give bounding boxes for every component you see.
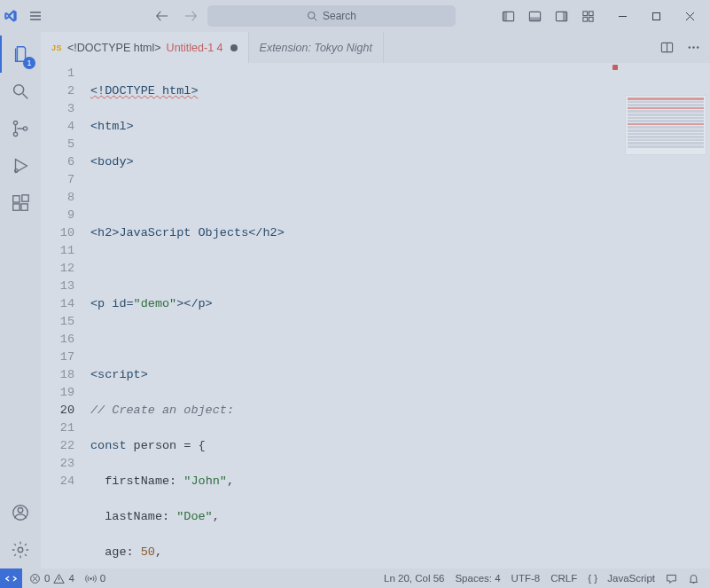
accounts-icon[interactable] (0, 494, 41, 531)
svg-rect-20 (22, 195, 28, 201)
svg-rect-9 (582, 17, 587, 21)
svg-rect-18 (13, 204, 20, 210)
svg-rect-8 (589, 11, 593, 15)
window-controls (605, 4, 706, 28)
remote-indicator[interactable] (0, 568, 22, 588)
svg-point-15 (23, 127, 27, 130)
toggle-secondary-sidebar-icon[interactable] (549, 4, 573, 28)
line-number-gutter: 123456789101112131415161718192021222324 (41, 63, 83, 568)
toggle-primary-sidebar-icon[interactable] (495, 4, 520, 28)
tab-title: <!DOCTYPE html> (67, 42, 161, 54)
vscode-logo-icon (4, 9, 28, 23)
tab-extension-tokyo-night[interactable]: Extension: Tokyo Night (249, 32, 384, 63)
back-button[interactable] (151, 4, 174, 27)
dirty-indicator-icon (230, 44, 238, 51)
svg-point-13 (13, 121, 17, 124)
language-mode[interactable]: { } JavaScript (582, 573, 660, 584)
svg-point-25 (688, 46, 690, 48)
error-icon (29, 573, 41, 584)
problems-status[interactable]: 0 4 (24, 568, 80, 588)
indentation-status[interactable]: Spaces: 4 (449, 573, 505, 584)
notifications-icon[interactable] (683, 573, 705, 584)
eol-status[interactable]: CRLF (545, 573, 582, 584)
close-button[interactable] (673, 4, 706, 28)
svg-point-22 (18, 508, 23, 514)
editor-area: JS <!DOCTYPE html> Untitled-1 4 Extensio… (41, 32, 710, 568)
tab-untitled-1[interactable]: JS <!DOCTYPE html> Untitled-1 4 (41, 32, 249, 63)
search-icon (307, 11, 317, 21)
tab-title: Extension: Tokyo Night (260, 42, 372, 54)
split-editor-icon[interactable] (655, 36, 678, 59)
code-body[interactable]: <!DOCTYPE html> <html> <body> <h2>JavaSc… (83, 63, 710, 568)
tab-actions (655, 32, 710, 63)
svg-rect-7 (582, 11, 587, 15)
feedback-icon[interactable] (660, 573, 683, 584)
svg-point-14 (13, 132, 17, 136)
svg-point-0 (308, 12, 315, 20)
js-file-icon: JS (51, 43, 62, 52)
svg-rect-2 (503, 12, 507, 20)
titlebar: Search (0, 0, 710, 32)
minimize-button[interactable] (605, 4, 639, 28)
svg-rect-19 (21, 204, 27, 210)
ports-status[interactable]: 0 (80, 568, 111, 588)
svg-point-23 (18, 547, 23, 553)
tab-subtitle: Untitled-1 4 (167, 42, 223, 54)
svg-rect-10 (589, 17, 593, 21)
svg-rect-17 (13, 196, 20, 202)
customize-layout-icon[interactable] (575, 4, 600, 28)
explorer-icon[interactable]: 1 (0, 35, 41, 73)
extensions-icon[interactable] (0, 184, 41, 222)
svg-rect-4 (529, 17, 540, 20)
more-actions-icon[interactable] (682, 36, 705, 59)
run-debug-icon[interactable] (0, 147, 41, 184)
code-editor[interactable]: 123456789101112131415161718192021222324 … (41, 63, 710, 568)
warning-icon (53, 573, 65, 584)
command-center-search[interactable]: Search (207, 5, 456, 27)
forward-button[interactable] (179, 4, 202, 27)
toggle-panel-icon[interactable] (522, 4, 547, 28)
overview-ruler-errors (612, 65, 618, 70)
search-placeholder: Search (323, 10, 356, 22)
minimap[interactable] (625, 95, 706, 155)
encoding-status[interactable]: UTF-8 (506, 573, 546, 584)
svg-point-16 (15, 169, 19, 173)
svg-rect-11 (652, 12, 659, 20)
explorer-badge: 1 (23, 57, 35, 69)
activity-bar: 1 (0, 32, 41, 568)
hamburger-menu-icon[interactable] (28, 9, 53, 23)
editor-tabs: JS <!DOCTYPE html> Untitled-1 4 Extensio… (41, 32, 710, 63)
radio-tower-icon (85, 573, 97, 584)
nav-controls: Search (151, 4, 456, 27)
svg-rect-6 (562, 12, 566, 20)
search-activity-icon[interactable] (0, 73, 41, 110)
status-bar: 0 4 0 Ln 20, Col 56 Spaces: 4 UTF-8 CRLF… (0, 568, 710, 588)
svg-point-27 (696, 46, 698, 48)
cursor-position[interactable]: Ln 20, Col 56 (378, 573, 449, 584)
settings-gear-icon[interactable] (0, 531, 41, 568)
svg-point-29 (90, 577, 91, 579)
svg-point-26 (692, 46, 694, 48)
layout-controls (495, 4, 600, 28)
main-area: 1 JS <!DOCTYPE html> Untitled-1 4 (0, 32, 710, 568)
maximize-button[interactable] (639, 4, 673, 28)
svg-point-12 (14, 85, 24, 95)
source-control-icon[interactable] (0, 110, 41, 147)
